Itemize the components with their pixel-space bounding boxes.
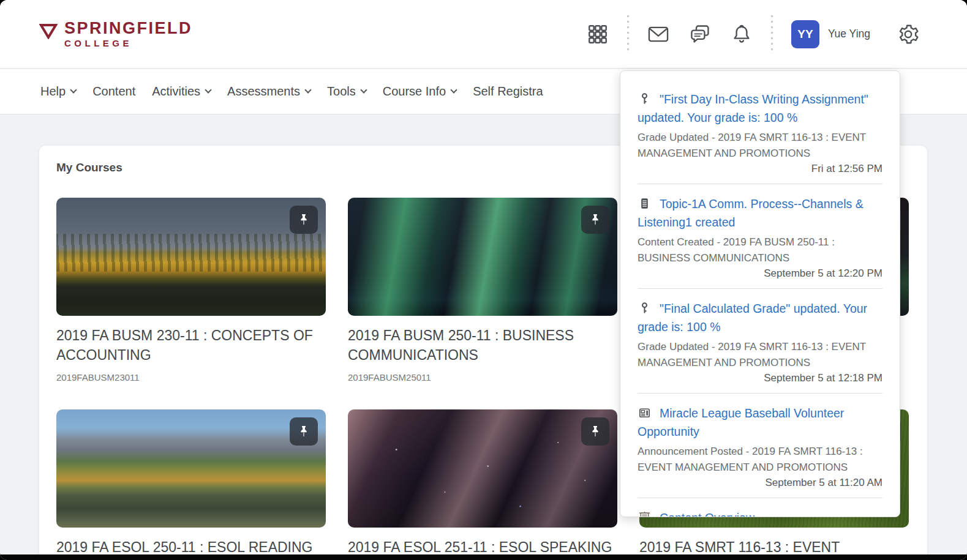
notification-timestamp: September 5 at 12:20 PM bbox=[638, 267, 882, 280]
notification-timestamp: September 5 at 12:18 PM bbox=[638, 372, 882, 385]
notification-meta: Grade Updated - 2019 FA SMRT 116-13 : EV… bbox=[638, 339, 882, 370]
pin-button[interactable] bbox=[581, 417, 609, 446]
course-card[interactable]: 2019 FA ESOL 251-11 : ESOL SPEAKING bbox=[348, 409, 617, 557]
notifications-popover: "First Day In-Class Writing Assignment" … bbox=[620, 70, 900, 517]
notification-meta: Grade Updated - 2019 FA SMRT 116-13 : EV… bbox=[638, 130, 882, 161]
mail-icon[interactable] bbox=[647, 23, 670, 46]
notification-item: Topic-1A Comm. Process--Channels & Liste… bbox=[638, 184, 882, 289]
pushpin-icon bbox=[296, 212, 311, 227]
gear-icon[interactable] bbox=[897, 23, 920, 46]
logo-line2: COLLEGE bbox=[64, 39, 192, 48]
nav-item-label: Help bbox=[40, 84, 66, 99]
user-avatar[interactable]: YY bbox=[791, 20, 819, 48]
course-code: 2019FABUSM25011 bbox=[348, 372, 617, 383]
pin-button[interactable] bbox=[290, 417, 318, 446]
top-header: SPRINGFIELD COLLEGE bbox=[0, 0, 967, 69]
course-title: 2019 FA BUSM 250-11 : BUSINESS COMMUNICA… bbox=[348, 326, 617, 365]
user-name: Yue Ying bbox=[828, 28, 870, 40]
notification-meta: Announcement Posted - 2019 FA SMRT 116-1… bbox=[638, 444, 882, 475]
newspaper-icon bbox=[638, 406, 652, 420]
course-card[interactable]: 2019 FA ESOL 250-11 : ESOL READING bbox=[56, 409, 326, 557]
springfield-college-logo[interactable]: SPRINGFIELD COLLEGE bbox=[39, 20, 192, 48]
notification-title-text: "Final Calculated Grade" updated. Your g… bbox=[638, 302, 867, 334]
logo-triangle-icon bbox=[39, 23, 58, 39]
popover-caret bbox=[751, 70, 766, 78]
nav-item-label: Tools bbox=[327, 84, 356, 99]
notification-link[interactable]: "Final Calculated Grade" updated. Your g… bbox=[638, 299, 882, 336]
notification-list: "First Day In-Class Writing Assignment" … bbox=[638, 80, 882, 517]
notification-title-text: Miracle League Baseball Volunteer Opport… bbox=[638, 406, 844, 438]
grades-icon bbox=[638, 92, 652, 106]
notification-title-text: "First Day In-Class Writing Assignment" … bbox=[638, 92, 868, 124]
notification-item: Content Overview Content Overview Update… bbox=[638, 498, 882, 517]
nav-item[interactable]: Assessments bbox=[227, 84, 310, 99]
notification-type-icon bbox=[638, 510, 652, 517]
chat-icon[interactable] bbox=[688, 23, 712, 46]
pin-button[interactable] bbox=[290, 206, 318, 234]
course-image[interactable] bbox=[56, 198, 326, 316]
nav-item[interactable]: Help bbox=[40, 84, 76, 99]
notification-item: "Final Calculated Grade" updated. Your g… bbox=[638, 289, 882, 394]
dotted-divider bbox=[771, 15, 773, 53]
presentation-screen-icon bbox=[638, 510, 652, 517]
nav-item-label: Activities bbox=[152, 84, 200, 99]
pushpin-icon bbox=[296, 424, 311, 439]
notification-link[interactable]: "First Day In-Class Writing Assignment" … bbox=[638, 90, 882, 127]
notification-item: Miracle League Baseball Volunteer Opport… bbox=[638, 394, 882, 498]
notification-meta: Content Created - 2019 FA BUSM 250-11 : … bbox=[638, 234, 882, 266]
notification-timestamp: Fri at 12:56 PM bbox=[638, 163, 882, 176]
nav-item[interactable]: Activities bbox=[152, 84, 211, 99]
pushpin-icon bbox=[588, 212, 603, 227]
nav-item[interactable]: Self Registra bbox=[473, 84, 543, 99]
course-image[interactable] bbox=[348, 409, 617, 528]
chevron-down-icon bbox=[70, 86, 77, 93]
pin-button[interactable] bbox=[581, 206, 609, 234]
document-icon bbox=[638, 196, 652, 211]
notification-item: "First Day In-Class Writing Assignment" … bbox=[638, 80, 882, 184]
course-image[interactable] bbox=[56, 409, 326, 528]
nav-item[interactable]: Course Info bbox=[383, 84, 456, 99]
nav-item-label: Content bbox=[92, 84, 135, 99]
app-grid-icon[interactable] bbox=[586, 23, 609, 46]
notification-type-icon bbox=[638, 92, 652, 106]
chevron-down-icon bbox=[450, 86, 457, 93]
header-actions: YY Yue Ying bbox=[577, 15, 929, 53]
window-bottom-edge bbox=[0, 554, 967, 560]
course-title: 2019 FA BUSM 230-11 : CONCEPTS OF ACCOUN… bbox=[56, 326, 326, 365]
dotted-divider bbox=[627, 15, 629, 53]
nav-item-label: Course Info bbox=[383, 84, 446, 99]
nav-item-label: Assessments bbox=[227, 84, 300, 99]
notification-type-icon bbox=[638, 406, 652, 420]
course-card[interactable]: 2019 FA BUSM 250-11 : BUSINESS COMMUNICA… bbox=[348, 198, 617, 383]
chevron-down-icon bbox=[360, 86, 367, 93]
nav-item-label: Self Registra bbox=[473, 84, 543, 99]
bell-icon[interactable] bbox=[730, 23, 753, 46]
pushpin-icon bbox=[588, 424, 603, 439]
chevron-down-icon bbox=[304, 86, 311, 93]
notification-title-text: Content Overview bbox=[660, 511, 754, 517]
course-card[interactable]: 2019 FA BUSM 230-11 : CONCEPTS OF ACCOUN… bbox=[56, 198, 326, 383]
notification-title-text: Topic-1A Comm. Process--Channels & Liste… bbox=[638, 197, 864, 229]
course-code: 2019FABUSM23011 bbox=[56, 372, 326, 383]
chevron-down-icon bbox=[205, 86, 211, 93]
app-frame: SPRINGFIELD COLLEGE bbox=[0, 0, 967, 560]
logo-line1: SPRINGFIELD bbox=[64, 20, 192, 37]
notification-type-icon bbox=[638, 196, 652, 211]
notification-link[interactable]: Content Overview bbox=[638, 509, 882, 517]
course-image[interactable] bbox=[348, 198, 617, 316]
logo-text: SPRINGFIELD COLLEGE bbox=[64, 20, 192, 48]
notification-timestamp: September 5 at 11:20 AM bbox=[638, 477, 882, 490]
notification-type-icon bbox=[638, 301, 652, 315]
notification-link[interactable]: Topic-1A Comm. Process--Channels & Liste… bbox=[638, 195, 882, 231]
grades-icon bbox=[638, 301, 652, 315]
nav-item[interactable]: Content bbox=[92, 84, 135, 99]
avatar-initials: YY bbox=[797, 28, 813, 41]
nav-item[interactable]: Tools bbox=[327, 84, 366, 99]
notification-link[interactable]: Miracle League Baseball Volunteer Opport… bbox=[638, 404, 882, 441]
